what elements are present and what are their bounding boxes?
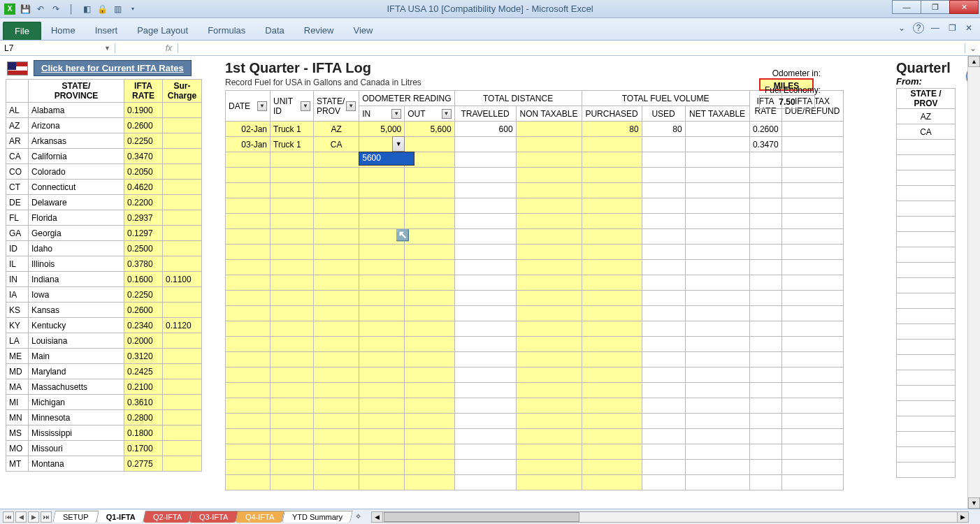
- log-prov-cell[interactable]: [314, 429, 359, 444]
- log-row[interactable]: [226, 291, 844, 306]
- ribbon-minimize-icon[interactable]: ⌄: [896, 22, 907, 34]
- tab-nav-next-icon[interactable]: ▶: [28, 511, 39, 523]
- log-unit-cell[interactable]: [271, 337, 314, 352]
- log-unit-cell[interactable]: [271, 444, 314, 460]
- scroll-down-icon[interactable]: ▼: [968, 497, 980, 509]
- log-prov-cell[interactable]: CA: [314, 137, 359, 152]
- log-prov-cell[interactable]: [314, 260, 359, 275]
- log-unit-cell[interactable]: [271, 152, 314, 168]
- sheet-tab-q2[interactable]: Q2-IFTA: [143, 511, 192, 523]
- log-unit-cell[interactable]: [271, 475, 314, 490]
- log-out-cell[interactable]: [405, 137, 454, 152]
- log-date-cell[interactable]: [226, 306, 271, 321]
- log-in-cell[interactable]: [359, 398, 405, 414]
- log-date-cell[interactable]: [226, 444, 271, 460]
- log-row[interactable]: 03-JanTruck 1CA▼56000.3470: [226, 137, 844, 152]
- log-nontax-cell[interactable]: [516, 245, 582, 260]
- tab-data[interactable]: Data: [255, 21, 294, 40]
- log-unit-cell[interactable]: [271, 275, 314, 291]
- log-date-cell[interactable]: [226, 214, 271, 229]
- save-icon[interactable]: 💾: [20, 3, 31, 15]
- log-purchased-cell[interactable]: [582, 444, 642, 460]
- maximize-button[interactable]: ❐: [921, 0, 950, 14]
- log-nontax-cell[interactable]: [516, 414, 582, 429]
- log-nontax-cell[interactable]: [516, 152, 582, 168]
- tab-view[interactable]: View: [343, 21, 382, 40]
- log-purchased-cell[interactable]: [582, 475, 642, 490]
- log-out-cell[interactable]: 5,600: [405, 122, 454, 137]
- log-date-cell[interactable]: [226, 291, 271, 306]
- log-purchased-cell[interactable]: 80: [582, 122, 642, 137]
- log-prov-cell[interactable]: [314, 475, 359, 490]
- log-out-cell[interactable]: [405, 429, 454, 444]
- log-unit-cell[interactable]: [271, 260, 314, 275]
- log-purchased-cell[interactable]: [582, 183, 642, 198]
- log-purchased-cell[interactable]: [582, 414, 642, 429]
- log-row[interactable]: [226, 183, 844, 198]
- log-row[interactable]: [226, 168, 844, 183]
- log-out-cell[interactable]: [405, 260, 454, 275]
- sheet-tab-q1[interactable]: Q1-IFTA: [96, 510, 146, 523]
- log-unit-cell[interactable]: [271, 245, 314, 260]
- log-in-cell[interactable]: [359, 183, 405, 198]
- log-in-cell[interactable]: [359, 229, 405, 245]
- log-prov-cell[interactable]: [314, 460, 359, 475]
- log-prov-cell[interactable]: [314, 214, 359, 229]
- qat-custom-3-icon[interactable]: ▥: [112, 3, 123, 15]
- filter-in-icon[interactable]: ▼: [391, 109, 401, 119]
- log-out-cell[interactable]: [405, 352, 454, 367]
- log-row[interactable]: 02-JanTruck 1AZ5,0005,60060080800.2600: [226, 122, 844, 137]
- log-prov-cell[interactable]: [314, 352, 359, 367]
- log-purchased-cell[interactable]: [582, 260, 642, 275]
- log-row[interactable]: [226, 306, 844, 321]
- log-purchased-cell[interactable]: [582, 137, 642, 152]
- log-unit-cell[interactable]: [271, 367, 314, 383]
- log-unit-cell[interactable]: [271, 321, 314, 337]
- log-purchased-cell[interactable]: [582, 152, 642, 168]
- log-prov-cell[interactable]: [314, 321, 359, 337]
- log-in-cell[interactable]: [359, 429, 405, 444]
- log-out-cell[interactable]: [405, 321, 454, 337]
- filter-prov-icon[interactable]: ▼: [346, 101, 356, 111]
- log-row[interactable]: [226, 383, 844, 398]
- log-unit-cell[interactable]: [271, 168, 314, 183]
- log-row[interactable]: [226, 367, 844, 383]
- log-unit-cell[interactable]: Truck 1: [271, 122, 314, 137]
- log-in-cell[interactable]: [359, 444, 405, 460]
- window-close-icon[interactable]: ✕: [963, 22, 974, 34]
- log-out-cell[interactable]: [405, 168, 454, 183]
- qat-custom-2-icon[interactable]: 🔒: [96, 3, 108, 15]
- log-purchased-cell[interactable]: [582, 306, 642, 321]
- filter-date-icon[interactable]: ▼: [257, 101, 267, 111]
- log-out-cell[interactable]: [405, 367, 454, 383]
- name-box[interactable]: L7 ▼: [0, 43, 115, 53]
- log-out-cell[interactable]: [405, 275, 454, 291]
- log-prov-cell[interactable]: [314, 183, 359, 198]
- log-out-cell[interactable]: [405, 337, 454, 352]
- tab-nav-first-icon[interactable]: ⏮: [3, 511, 14, 523]
- log-purchased-cell[interactable]: [582, 321, 642, 337]
- log-nontax-cell[interactable]: [516, 321, 582, 337]
- horizontal-scrollbar[interactable]: ◀ ▶: [371, 511, 969, 523]
- tab-page-layout[interactable]: Page Layout: [127, 21, 198, 40]
- log-unit-cell[interactable]: [271, 460, 314, 475]
- log-nontax-cell[interactable]: [516, 275, 582, 291]
- log-date-cell[interactable]: [226, 475, 271, 490]
- log-prov-cell[interactable]: [314, 383, 359, 398]
- formula-bar-expand-icon[interactable]: ⌄: [965, 43, 980, 53]
- log-nontax-cell[interactable]: [516, 398, 582, 414]
- log-in-cell[interactable]: [359, 168, 405, 183]
- log-nontax-cell[interactable]: [516, 122, 582, 137]
- log-date-cell[interactable]: [226, 414, 271, 429]
- log-row[interactable]: [226, 444, 844, 460]
- log-unit-cell[interactable]: [271, 429, 314, 444]
- log-date-cell[interactable]: [226, 183, 271, 198]
- log-purchased-cell[interactable]: [582, 245, 642, 260]
- log-row[interactable]: [226, 321, 844, 337]
- log-date-cell[interactable]: [226, 275, 271, 291]
- log-in-cell[interactable]: [359, 275, 405, 291]
- redo-icon[interactable]: ↷: [50, 3, 62, 15]
- filter-unit-icon[interactable]: ▼: [301, 101, 310, 111]
- log-row[interactable]: [226, 260, 844, 275]
- tab-nav-last-icon[interactable]: ⏭: [41, 511, 52, 523]
